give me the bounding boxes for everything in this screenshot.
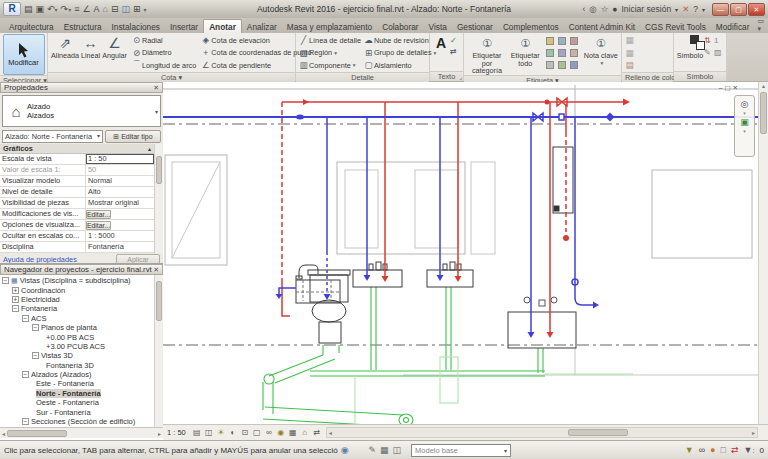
- aligned-dimension-button[interactable]: ⇗Alineada: [50, 34, 80, 60]
- detail-group-button[interactable]: ⊞Grupo de detalles▾: [363, 47, 436, 60]
- tag-all-button[interactable]: ①Etiquetar todo: [508, 34, 543, 67]
- find-replace-icon[interactable]: ⇄: [450, 47, 457, 56]
- properties-header[interactable]: Propiedades ✕: [0, 82, 163, 93]
- tab-masa-emplazamiento[interactable]: Masa y emplazamiento: [282, 20, 377, 33]
- collapse-icon[interactable]: −: [22, 371, 29, 378]
- expand-icon[interactable]: +: [12, 287, 19, 294]
- browser-vscrollbar[interactable]: [154, 275, 163, 427]
- tree-item-fontaneria[interactable]: −Fontanería: [0, 304, 163, 313]
- analytical-model-icon[interactable]: ⌂: [300, 428, 310, 437]
- minimize-button[interactable]: —: [712, 3, 729, 16]
- tree-item-alzados[interactable]: −Alzados (Alzados): [0, 370, 163, 379]
- tree-item-vistas[interactable]: −▦Vistas (Disciplina = subdisciplina): [0, 276, 163, 285]
- steering-wheel-icon[interactable]: ◎: [741, 99, 749, 109]
- panel-label-relleno[interactable]: Relleno de color: [622, 72, 673, 82]
- collapse-icon[interactable]: −: [22, 315, 29, 322]
- duct-legend-button[interactable]: ▦: [624, 34, 635, 47]
- stair-path-icon[interactable]: 1: [714, 36, 724, 48]
- help-dropdown-icon[interactable]: ▾: [702, 6, 705, 13]
- text-button[interactable]: A: [432, 34, 450, 52]
- panel-label-texto[interactable]: Texto⌟: [430, 71, 463, 81]
- type-selector[interactable]: ⌂ AlzadoAlzados ▾: [2, 95, 161, 127]
- scroll-right-icon[interactable]: ▸: [752, 429, 755, 436]
- close-button[interactable]: ✕: [748, 3, 765, 16]
- edit-in-place-icon[interactable]: ∞: [699, 445, 705, 455]
- edit-type-button[interactable]: ⊞ Editar tipo: [105, 130, 161, 143]
- hide-at-scales-field[interactable]: 1 : 5000: [86, 231, 154, 241]
- ribbon-display-toggle-icon[interactable]: ▭ ▾: [758, 17, 768, 33]
- edit-display-options-button[interactable]: Editar...: [86, 221, 111, 230]
- tree-item-este[interactable]: Este - Fontanería: [0, 379, 163, 388]
- elevation-drawing[interactable]: [163, 82, 758, 424]
- tag-tool-icon[interactable]: [558, 37, 566, 45]
- user-icon[interactable]: ●: [612, 4, 617, 14]
- exchange-apps-icon[interactable]: ✕: [682, 4, 689, 14]
- panel-label-simbolo[interactable]: Símbolo: [674, 71, 726, 81]
- pipe-legend-button[interactable]: ▦: [624, 47, 635, 60]
- view-filter-combo[interactable]: Alzado: Norte - Fontanería▾: [2, 130, 103, 143]
- drag-elements-icon[interactable]: ⇄: [731, 445, 739, 455]
- design-options-dropdown-icon[interactable]: ▾: [504, 447, 507, 454]
- section-icon[interactable]: ⊟: [111, 4, 119, 14]
- shadows-icon[interactable]: ◐: [228, 428, 238, 437]
- reveal-constraints-icon[interactable]: ⇄: [312, 428, 322, 437]
- revision-cloud-button[interactable]: ☁Nube de revisión: [363, 34, 436, 47]
- tag-tool-icon[interactable]: [546, 49, 554, 57]
- tag-tool-icon[interactable]: [570, 61, 578, 69]
- view-restore-icon[interactable]: ▢: [724, 84, 732, 91]
- print-icon[interactable]: ≡: [74, 4, 79, 14]
- close-properties-icon[interactable]: ✕: [153, 84, 159, 92]
- radial-dimension-button[interactable]: ⊙Radial: [131, 34, 196, 47]
- spot-elevation-button[interactable]: ◈Cota de elevación: [200, 34, 311, 47]
- detail-line-button[interactable]: ╱Línea de detalle: [298, 34, 361, 47]
- diameter-dimension-button[interactable]: ⊘Diámetro: [131, 47, 196, 60]
- hide-isolate-icon[interactable]: ∞: [264, 428, 274, 437]
- tree-item-coordinacion[interactable]: +Coordinación: [0, 285, 163, 294]
- symbol-button[interactable]: Símbolo: [676, 34, 704, 60]
- combo-dropdown-icon[interactable]: ▾: [97, 131, 100, 142]
- reveal-hidden-icon[interactable]: ◉: [276, 428, 286, 437]
- tag-tool-icon[interactable]: [546, 37, 554, 45]
- linear-dimension-button[interactable]: ↔Lineal: [80, 34, 101, 60]
- panel-label-cota[interactable]: Cota ▾: [48, 72, 295, 82]
- insulation-button[interactable]: ▢Aislamiento: [363, 59, 436, 72]
- arc-length-dimension-button[interactable]: ⌒Longitud de arco: [131, 59, 196, 72]
- beam-symbol-icon[interactable]: ▨: [714, 48, 724, 60]
- tree-item-fontaneria-3d[interactable]: Fontanería 3D: [0, 361, 163, 370]
- spot-coordinate-button[interactable]: +Cota de coordenadas de punto: [200, 47, 311, 60]
- tab-vista[interactable]: Vista: [424, 20, 452, 33]
- help-icon[interactable]: ?: [693, 4, 698, 14]
- tree-item-sur[interactable]: Sur - Fontanería: [0, 407, 163, 416]
- view-properties-icon[interactable]: ▦: [288, 428, 298, 437]
- collapse-icon[interactable]: −: [2, 277, 9, 284]
- detail-level-field[interactable]: Alto: [86, 187, 154, 197]
- worksets-dialog-icon[interactable]: ◫: [393, 445, 402, 455]
- color-fill-legend-button[interactable]: ▤: [624, 59, 635, 72]
- close-browser-icon[interactable]: ✕: [153, 266, 159, 274]
- keynote-button[interactable]: ①Nota clave▾: [583, 34, 619, 67]
- tab-insertar[interactable]: Insertar: [165, 20, 203, 33]
- detail-level-icon[interactable]: ▤: [192, 428, 202, 437]
- modify-button[interactable]: Modificar: [3, 34, 45, 75]
- tag-tool-icon[interactable]: [546, 61, 554, 69]
- visual-style-icon[interactable]: ◫: [204, 428, 214, 437]
- drawing-area[interactable]: ‒▢✕ ◎ ▾ ▣ ▾ ▴ 1 : 50 ▤ ◫ ☀ ◐ ⊡ ▢ ∞: [163, 82, 768, 440]
- tab-analizar[interactable]: Analizar: [242, 20, 282, 33]
- zoom-dropdown-icon[interactable]: ▾: [743, 128, 746, 134]
- tree-item-electricidad[interactable]: +Electricidad: [0, 295, 163, 304]
- canvas-hscrollbar[interactable]: ◂▸: [326, 427, 758, 438]
- tag-tool-icon[interactable]: [558, 61, 566, 69]
- select-underlay-icon[interactable]: ●: [710, 445, 715, 455]
- default-3d-view-icon[interactable]: ⌂: [103, 4, 108, 14]
- browser-hscrollbar[interactable]: ◂▸: [0, 427, 163, 438]
- collapse-infocenter-icon[interactable]: ‹: [582, 4, 585, 14]
- tag-tool-icon[interactable]: [570, 37, 578, 45]
- tab-modificar[interactable]: Modificar: [711, 20, 755, 33]
- angular-dimension-button[interactable]: ∠Angular: [101, 34, 128, 60]
- switch-windows-icon[interactable]: ⊞: [133, 4, 141, 14]
- worksets-icon[interactable]: ▦: [380, 445, 389, 455]
- tree-item-pcub-acs[interactable]: +3.00 PCUB ACS: [0, 342, 163, 351]
- app-menu-button[interactable]: R: [3, 2, 21, 16]
- span-direction-icon[interactable]: ⇅: [704, 36, 714, 48]
- expand-icon[interactable]: +: [12, 296, 19, 303]
